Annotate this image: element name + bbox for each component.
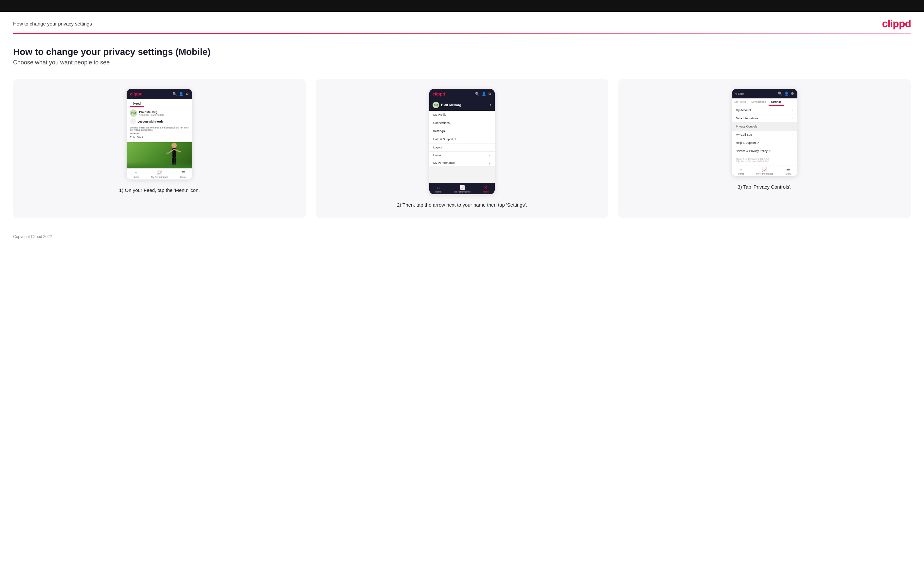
duration-label: Duration (130, 132, 189, 135)
service-privacy-label: Service & Privacy Policy ↗ (736, 149, 771, 153)
privacy-controls-label: Privacy Controls (736, 125, 758, 128)
step-2-phone: clippd 🔍 👤 ⚙ BM Blair McHarg ∧ (429, 89, 495, 194)
phone1-logo: clippd (130, 92, 142, 97)
nav-performance[interactable]: 📈 My Performance (151, 170, 168, 178)
dropdown-chevron-up[interactable]: ∧ (489, 103, 491, 107)
blurred-bg (429, 167, 495, 183)
bottom-nav-2: ⌂ Home 📈 My Performance ✕ Menu (429, 183, 495, 194)
feed-tab-container: Feed (127, 99, 192, 107)
menu-section-home-label: Home (433, 154, 441, 157)
steps-grid: clippd 🔍 👤 ⚙ Feed BM Blair (13, 79, 911, 218)
dropdown-username: Blair McHarg (441, 103, 461, 107)
home-icon-3: ⌂ (740, 167, 742, 172)
menu-icon: ☰ (181, 170, 185, 175)
search-icon-2: 🔍 (475, 92, 480, 96)
nav2-performance[interactable]: 📈 My Performance (454, 185, 470, 193)
nav3-home-label: Home (738, 172, 744, 175)
copyright-text: Copyright Clippd 2022 (13, 234, 52, 239)
page-heading: How to change your privacy settings (Mob… (13, 47, 911, 57)
version-sql: SQL Server Version: 2022.7.30-1 (736, 160, 793, 163)
back-button[interactable]: < Back (735, 92, 745, 95)
lesson-title: Lesson with Fordy (137, 120, 163, 123)
header: How to change your privacy settings clip… (0, 12, 924, 33)
performance-icon: 📈 (157, 170, 162, 175)
home-section-chevron: ∨ (488, 154, 491, 157)
menu-section-performance[interactable]: My Performance ∨ (429, 159, 495, 167)
nav2-home-label: Home (436, 190, 442, 193)
grass-overlay (127, 162, 192, 168)
nav3-home[interactable]: ⌂ Home (738, 167, 744, 175)
menu-section-performance-label: My Performance (433, 161, 455, 164)
setting-privacy-controls[interactable]: Privacy Controls > (732, 122, 797, 131)
phone2-logo: clippd (433, 92, 445, 97)
nav3-menu[interactable]: ☰ Menu (785, 167, 791, 175)
privacy-controls-chevron: > (792, 125, 793, 128)
step-3-phone: < Back 🔍 👤 ⚙ My Profile Connections Sett… (732, 89, 797, 176)
menu-my-profile[interactable]: My Profile (429, 111, 495, 119)
post-author-meta: Yesterday · Sunningdale (139, 114, 164, 116)
nav-home-label: Home (133, 176, 139, 178)
performance-section-chevron: ∨ (488, 161, 491, 164)
nav2-home[interactable]: ⌂ Home (436, 185, 442, 193)
tab-settings[interactable]: Settings (769, 98, 784, 106)
nav-menu[interactable]: ☰ Menu (180, 170, 186, 178)
lesson-desc: Looking to feel like my hands are exitin… (130, 127, 189, 131)
nav3-performance-label: My Performance (756, 172, 773, 175)
phone2-icons: 🔍 👤 ⚙ (475, 92, 491, 96)
menu-settings[interactable]: Settings (429, 127, 495, 135)
user-row: BM Blair McHarg (433, 102, 461, 108)
duration-value: 01 hr : 30 min (130, 136, 189, 138)
menu-icon-3: ☰ (786, 167, 790, 172)
setting-service-privacy[interactable]: Service & Privacy Policy ↗ (732, 147, 797, 155)
phone1-header: clippd 🔍 👤 ⚙ (127, 89, 192, 99)
bottom-nav-3: ⌂ Home 📈 My Performance ☰ Menu (732, 165, 797, 176)
setting-help-support[interactable]: Help & Support ↗ (732, 139, 797, 147)
nav2-performance-label: My Performance (454, 190, 470, 193)
data-integrations-label: Data Integrations (736, 117, 758, 120)
header-title: How to change your privacy settings (13, 21, 92, 26)
menu-connections[interactable]: Connections (429, 119, 495, 127)
post-avatar: BM (130, 110, 137, 117)
lesson-icon (130, 118, 136, 124)
settings-tabs: My Profile Connections Settings (732, 98, 797, 106)
golf-image (127, 142, 192, 168)
data-integrations-chevron: > (792, 117, 793, 120)
post-author-name: Blair McHarg (139, 111, 164, 114)
nav3-performance[interactable]: 📈 My Performance (756, 167, 773, 175)
menu-logout[interactable]: Logout (429, 143, 495, 152)
tab-my-profile[interactable]: My Profile (732, 98, 749, 106)
settings-list: My Account > Data Integrations > Privacy… (732, 106, 797, 155)
bottom-nav-1: ⌂ Home 📈 My Performance ☰ Menu (127, 168, 192, 179)
menu-section-home[interactable]: Home ∨ (429, 152, 495, 159)
nav-home[interactable]: ⌂ Home (133, 170, 139, 178)
feed-tab[interactable]: Feed (130, 100, 144, 107)
setting-my-golf-bag[interactable]: My Golf Bag > (732, 131, 797, 139)
page-subheading: Choose what you want people to see (13, 59, 911, 66)
nav2-menu-close[interactable]: ✕ Menu (483, 185, 489, 193)
footer: Copyright Clippd 2022 (0, 225, 924, 245)
nav2-menu-label: Menu (483, 190, 489, 193)
profile-icon-2: 👤 (481, 92, 486, 96)
menu-help-support[interactable]: Help & Support ↗ (429, 135, 495, 143)
settings-icon: ⚙ (186, 92, 189, 96)
post-author-row: BM Blair McHarg Yesterday · Sunningdale (130, 110, 189, 117)
step-2-card: clippd 🔍 👤 ⚙ BM Blair McHarg ∧ (316, 79, 609, 218)
performance-icon-2: 📈 (460, 185, 465, 190)
phone3-icons: 🔍 👤 ⚙ (778, 92, 794, 96)
step-1-card: clippd 🔍 👤 ⚙ Feed BM Blair (13, 79, 306, 218)
setting-data-integrations[interactable]: Data Integrations > (732, 114, 797, 122)
performance-icon-3: 📈 (762, 167, 767, 172)
dropdown-header: BM Blair McHarg ∧ (429, 99, 495, 111)
dropdown-avatar: BM (433, 102, 439, 108)
main-content: How to change your privacy settings (Mob… (0, 34, 924, 225)
post-item: BM Blair McHarg Yesterday · Sunningdale … (127, 107, 192, 142)
setting-my-account[interactable]: My Account > (732, 106, 797, 114)
step-3-card: < Back 🔍 👤 ⚙ My Profile Connections Sett… (618, 79, 911, 218)
my-golf-bag-label: My Golf Bag (736, 133, 752, 136)
tab-connections[interactable]: Connections (749, 98, 768, 106)
home-icon: ⌂ (134, 170, 137, 175)
help-support-label: Help & Support ↗ (736, 141, 759, 145)
my-account-label: My Account (736, 108, 751, 112)
svg-point-0 (171, 143, 177, 148)
step-1-phone: clippd 🔍 👤 ⚙ Feed BM Blair (127, 89, 192, 179)
